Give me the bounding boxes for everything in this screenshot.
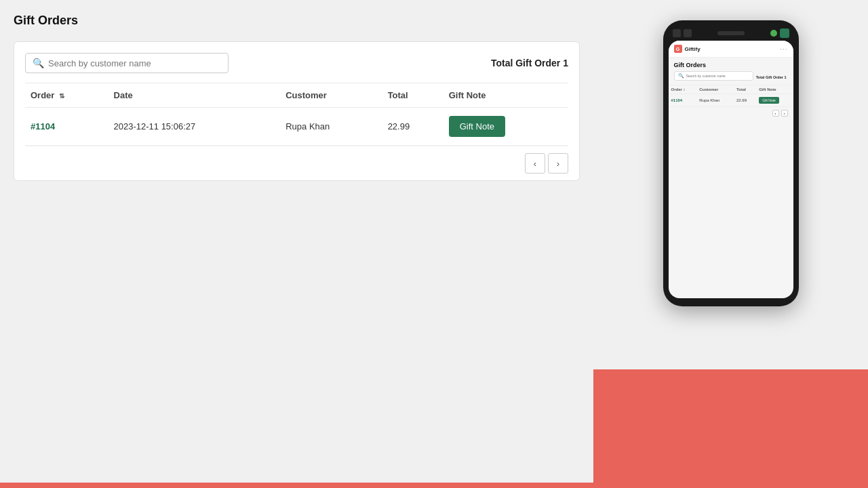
mini-order-id: #1104 [669,94,697,107]
mini-col-giftnote: Gift Note [756,85,793,94]
order-id[interactable]: #1104 [25,108,108,146]
mini-table-row: #1104 Rupa Khan 22.99 Gift Note [669,94,793,107]
mini-orders-table: Order ↕ Customer Total Gift Note #1104 R… [669,85,793,106]
red-block [593,369,868,488]
order-date: 2023-12-11 15:06:27 [108,108,281,146]
mini-app-bar: G Giftify ··· [669,41,793,58]
search-icon: 🔍 [33,58,44,68]
mini-search-icon: 🔍 [678,73,684,79]
phone-notch-center [717,31,745,35]
search-input[interactable] [48,58,221,68]
phone-icon-hamburger [673,29,681,37]
phone-dot-green [770,30,777,37]
orders-card: 🔍 Total Gift Order 1 Order ⇅ Date Custom… [14,41,580,181]
phone-icon-search [684,29,692,37]
phone-screen: G Giftify ··· Gift Orders 🔍 Total Gift O… [669,41,793,298]
mini-col-order: Order ↕ [669,85,697,94]
gift-note-cell[interactable]: Gift Note [443,108,568,146]
order-total: 22.99 [382,108,443,146]
mini-gift-note-button[interactable]: Gift Note [759,97,779,104]
mini-header-row: Order ↕ Customer Total Gift Note [669,85,793,94]
bottom-red-bar [0,483,593,488]
mini-col-total: Total [734,85,756,94]
card-top-bar: 🔍 Total Gift Order 1 [25,53,568,73]
mini-search-box[interactable]: 🔍 [674,71,753,81]
phone-notch-bar [669,28,793,38]
pagination-row: ‹ › [25,146,568,180]
order-customer: Rupa Khan [280,108,382,146]
sort-arrow-icon: ⇅ [59,92,64,100]
table-row: #1104 2023-12-11 15:06:27 Rupa Khan 22.9… [25,108,568,146]
mini-pagination: ‹ › [669,106,793,119]
col-order[interactable]: Order ⇅ [25,83,108,108]
table-header-row: Order ⇅ Date Customer Total Gift Note [25,83,568,108]
gift-note-button[interactable]: Gift Note [449,116,505,137]
next-page-button[interactable]: › [548,153,568,174]
col-total: Total [382,83,443,108]
phone-dot-teal [780,28,789,38]
mini-prev-button[interactable]: ‹ [772,110,779,117]
mini-next-button[interactable]: › [781,110,788,117]
mini-app-logo: G Giftify [674,45,701,53]
phone-notch-right [770,28,789,38]
total-gift-order-label: Total Gift Order 1 [491,58,568,68]
mini-total: 22.99 [734,94,756,107]
mini-search-input[interactable] [686,74,749,78]
orders-table: Order ⇅ Date Customer Total Gift Note #1… [25,83,568,146]
mini-customer: Rupa Khan [696,94,734,107]
mini-page-title: Gift Orders [669,58,793,71]
page-title: Gift Orders [14,14,580,28]
mini-total-label: Total Gift Order 1 [756,75,787,79]
prev-page-button[interactable]: ‹ [525,153,545,174]
right-panel: G Giftify ··· Gift Orders 🔍 Total Gift O… [593,0,868,488]
col-gift-note: Gift Note [443,83,568,108]
phone-mockup: G Giftify ··· Gift Orders 🔍 Total Gift O… [663,20,799,306]
mini-logo-icon: G [674,45,682,53]
mini-col-customer: Customer [696,85,734,94]
phone-notch-left [673,29,692,37]
mini-gift-note-cell[interactable]: Gift Note [756,94,793,107]
col-customer: Customer [280,83,382,108]
mini-app-dots: ··· [780,45,787,53]
phone-device: G Giftify ··· Gift Orders 🔍 Total Gift O… [663,20,799,306]
col-date: Date [108,83,281,108]
search-box[interactable]: 🔍 [25,53,229,73]
